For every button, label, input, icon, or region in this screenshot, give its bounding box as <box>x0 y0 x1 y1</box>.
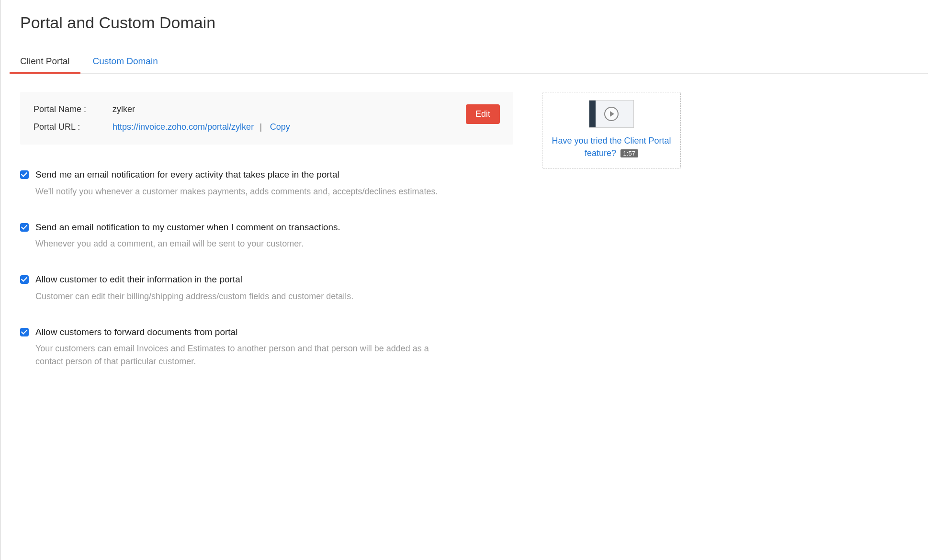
tab-custom-domain[interactable]: Custom Domain <box>93 51 158 73</box>
setting-row: Send an email notification to my custome… <box>20 221 513 251</box>
portal-url-link[interactable]: https://invoice.zoho.com/portal/zylker <box>113 122 254 132</box>
setting-desc: Whenever you add a comment, an email wil… <box>35 237 452 250</box>
video-caption: Have you tried the Client Portal feature… <box>552 136 671 158</box>
checkbox-notify-customer[interactable] <box>20 223 29 232</box>
setting-title: Allow customer to edit their information… <box>35 273 513 286</box>
page-root: Portal and Custom Domain Client Portal C… <box>0 0 947 560</box>
page-title: Portal and Custom Domain <box>20 13 928 32</box>
video-duration-badge: 1:57 <box>620 149 638 157</box>
setting-text: Allow customer to edit their information… <box>35 273 513 303</box>
video-card: Have you tried the Client Portal feature… <box>542 92 681 168</box>
portal-info-box: Portal Name : zylker Portal URL : https:… <box>20 92 513 145</box>
portal-url-label: Portal URL : <box>34 122 113 132</box>
checkbox-notify-me[interactable] <box>20 170 29 179</box>
setting-title: Allow customers to forward documents fro… <box>35 326 513 339</box>
portal-name-row: Portal Name : zylker <box>34 104 466 114</box>
setting-title: Send an email notification to my custome… <box>35 221 513 234</box>
setting-text: Send an email notification to my custome… <box>35 221 513 251</box>
portal-url-separator: | <box>260 122 262 132</box>
setting-text: Send me an email notification for every … <box>35 168 513 198</box>
play-icon <box>604 107 619 121</box>
tabs: Client Portal Custom Domain <box>20 51 928 74</box>
portal-fields: Portal Name : zylker Portal URL : https:… <box>34 104 466 132</box>
copy-url-link[interactable]: Copy <box>270 122 290 132</box>
portal-url-wrap: https://invoice.zoho.com/portal/zylker |… <box>113 122 290 132</box>
setting-row: Allow customer to edit their information… <box>20 273 513 303</box>
checkbox-allow-forward[interactable] <box>20 328 29 336</box>
portal-name-label: Portal Name : <box>34 104 113 114</box>
setting-desc: We'll notify you whenever a customer mak… <box>35 185 452 198</box>
setting-desc: Your customers can email Invoices and Es… <box>35 342 452 368</box>
video-caption-wrap[interactable]: Have you tried the Client Portal feature… <box>548 134 675 159</box>
setting-text: Allow customers to forward documents fro… <box>35 326 513 369</box>
portal-url-row: Portal URL : https://invoice.zoho.com/po… <box>34 122 466 132</box>
checkbox-allow-edit[interactable] <box>20 275 29 284</box>
portal-name-value: zylker <box>113 104 135 114</box>
edit-button[interactable]: Edit <box>466 104 500 124</box>
content-row: Portal Name : zylker Portal URL : https:… <box>20 92 928 391</box>
setting-title: Send me an email notification for every … <box>35 168 513 181</box>
setting-desc: Customer can edit their billing/shipping… <box>35 290 452 303</box>
video-thumbnail[interactable] <box>589 100 634 128</box>
side-column: Have you tried the Client Portal feature… <box>542 92 681 168</box>
setting-row: Send me an email notification for every … <box>20 168 513 198</box>
main-column: Portal Name : zylker Portal URL : https:… <box>20 92 513 391</box>
setting-row: Allow customers to forward documents fro… <box>20 326 513 369</box>
tab-client-portal[interactable]: Client Portal <box>20 51 70 73</box>
